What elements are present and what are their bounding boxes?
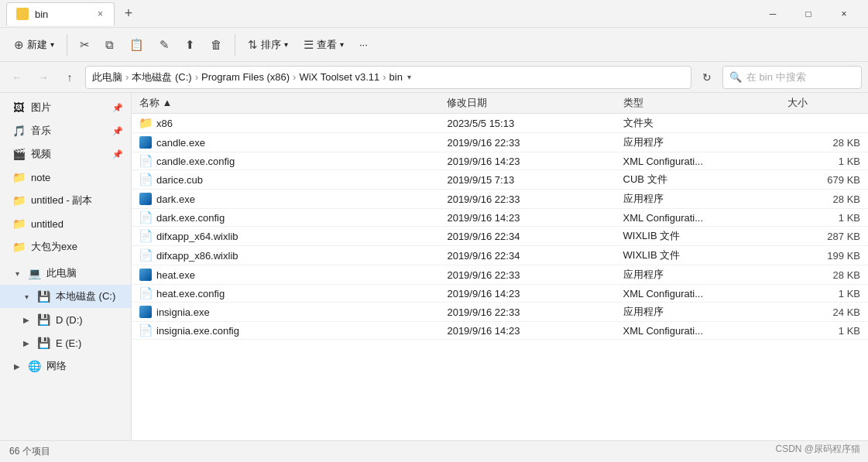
breadcrumb-local-disk[interactable]: 本地磁盘 (C:) bbox=[132, 70, 191, 84]
pin-icon-pictures: 📌 bbox=[112, 103, 123, 113]
pictures-icon: 🖼 bbox=[12, 101, 25, 114]
file-size: 28 KB bbox=[780, 265, 868, 285]
file-name-cell[interactable]: 📄 difxapp_x64.wixlib bbox=[132, 227, 439, 246]
file-name-cell[interactable]: 📄 difxapp_x86.wixlib bbox=[132, 246, 439, 265]
minimize-button[interactable]: ─ bbox=[755, 0, 791, 28]
col-header-date[interactable]: 修改日期 bbox=[439, 93, 615, 114]
view-dropdown-icon: ▾ bbox=[340, 40, 344, 49]
file-date: 2019/9/16 22:34 bbox=[439, 246, 615, 265]
cut-button[interactable]: ✂ bbox=[74, 35, 96, 55]
up-button[interactable]: ↑ bbox=[59, 67, 81, 88]
share-button[interactable]: ⬆ bbox=[179, 35, 201, 55]
table-row[interactable]: 📄 darice.cub 2019/9/15 7:13 CUB 文件 679 K… bbox=[132, 170, 868, 190]
paste-icon: 📋 bbox=[129, 38, 144, 52]
network-icon: 🌐 bbox=[28, 360, 40, 372]
c-drive-expand-icon: ▾ bbox=[22, 292, 31, 301]
table-row[interactable]: 📄 insignia.exe.config 2019/9/16 14:23 XM… bbox=[132, 322, 868, 340]
sidebar-item-music[interactable]: 🎵 音乐 📌 bbox=[0, 119, 131, 142]
sidebar-item-untitled[interactable]: 📁 untitled bbox=[0, 212, 131, 235]
rename-button[interactable]: ✎ bbox=[153, 35, 176, 55]
sidebar-label-note: note bbox=[31, 172, 123, 183]
file-name-cell[interactable]: 📄 heat.exe.config bbox=[132, 285, 439, 303]
file-name-cell[interactable]: heat.exe bbox=[132, 265, 439, 285]
sidebar-item-this-pc[interactable]: ▾ 💻 此电脑 bbox=[0, 262, 131, 285]
back-button[interactable]: ← bbox=[6, 67, 28, 88]
file-type: CUB 文件 bbox=[616, 170, 781, 190]
maximize-button[interactable]: □ bbox=[791, 0, 826, 28]
col-header-type[interactable]: 类型 bbox=[616, 93, 781, 114]
file-name-cell[interactable]: candle.exe bbox=[132, 133, 439, 152]
more-label: ··· bbox=[359, 39, 368, 50]
refresh-button[interactable]: ↻ bbox=[696, 67, 718, 88]
file-date: 2019/9/15 7:13 bbox=[439, 170, 615, 190]
file-icon bbox=[139, 269, 152, 281]
sidebar-item-exe[interactable]: 📁 大包为exe bbox=[0, 235, 131, 258]
this-pc-icon: 💻 bbox=[28, 267, 40, 279]
table-row[interactable]: 📁 x86 2023/5/5 15:13 文件夹 bbox=[132, 114, 868, 133]
table-row[interactable]: 📄 dark.exe.config 2019/9/16 14:23 XML Co… bbox=[132, 209, 868, 227]
sidebar-item-pictures[interactable]: 🖼 图片 📌 bbox=[0, 96, 131, 119]
breadcrumb-this-pc[interactable]: 此电脑 bbox=[92, 70, 122, 84]
breadcrumb-bar: 此电脑 › 本地磁盘 (C:) › Program Files (x86) › … bbox=[85, 66, 691, 89]
file-type: 应用程序 bbox=[616, 303, 781, 322]
video-icon: 🎬 bbox=[12, 148, 25, 160]
sidebar-item-d-drive[interactable]: ▶ 💾 D (D:) bbox=[0, 308, 131, 331]
table-row[interactable]: 📄 candle.exe.config 2019/9/16 14:23 XML … bbox=[132, 152, 868, 170]
breadcrumb-wix[interactable]: WiX Toolset v3.11 bbox=[299, 71, 379, 83]
file-type: XML Configurati... bbox=[616, 152, 781, 170]
breadcrumb-dropdown-icon[interactable]: ▾ bbox=[407, 73, 411, 81]
sort-button[interactable]: ⇅ 排序 ▾ bbox=[242, 35, 294, 55]
window-controls: ─ □ × bbox=[755, 0, 862, 28]
file-name-cell[interactable]: 📄 dark.exe.config bbox=[132, 209, 439, 227]
new-tab-button[interactable]: + bbox=[118, 3, 139, 25]
file-name: dark.exe bbox=[156, 193, 195, 205]
sidebar-item-untitled-copy[interactable]: 📁 untitled - 副本 bbox=[0, 189, 131, 212]
table-row[interactable]: 📄 heat.exe.config 2019/9/16 14:23 XML Co… bbox=[132, 285, 868, 303]
sidebar-label-video: 视频 bbox=[31, 147, 106, 161]
main-area: 🖼 图片 📌 🎵 音乐 📌 🎬 视频 📌 📁 note 📁 untitled -… bbox=[0, 93, 868, 440]
sidebar-item-c-drive[interactable]: ▾ 💾 本地磁盘 (C:) bbox=[0, 285, 131, 308]
col-header-size[interactable]: 大小 bbox=[780, 93, 868, 114]
new-label: 新建 bbox=[27, 38, 47, 52]
sidebar-item-network[interactable]: ▶ 🌐 网络 bbox=[0, 354, 131, 378]
file-name-cell[interactable]: insignia.exe bbox=[132, 303, 439, 322]
close-button[interactable]: × bbox=[826, 0, 862, 28]
sidebar-label-network: 网络 bbox=[46, 359, 123, 373]
file-type: 文件夹 bbox=[616, 114, 781, 133]
file-name-cell[interactable]: 📄 darice.cub bbox=[132, 170, 439, 190]
table-row[interactable]: candle.exe 2019/9/16 22:33 应用程序 28 KB bbox=[132, 133, 868, 152]
view-button[interactable]: ☰ 查看 ▾ bbox=[297, 35, 350, 55]
file-name-cell[interactable]: 📁 x86 bbox=[132, 114, 439, 133]
breadcrumb-program-files[interactable]: Program Files (x86) bbox=[201, 71, 290, 83]
sidebar-item-e-drive[interactable]: ▶ 💾 E (E:) bbox=[0, 331, 131, 354]
more-button[interactable]: ··· bbox=[353, 36, 374, 53]
forward-button[interactable]: → bbox=[33, 67, 54, 88]
table-row[interactable]: 📄 difxapp_x86.wixlib 2019/9/16 22:34 WIX… bbox=[132, 246, 868, 265]
table-row[interactable]: 📄 difxapp_x64.wixlib 2019/9/16 22:34 WIX… bbox=[132, 227, 868, 246]
copy-button[interactable]: ⧉ bbox=[99, 35, 120, 55]
e-drive-expand-icon: ▶ bbox=[22, 338, 31, 347]
sidebar-item-video[interactable]: 🎬 视频 📌 bbox=[0, 142, 131, 166]
delete-button[interactable]: 🗑 bbox=[204, 35, 228, 54]
file-icon: 📄 bbox=[139, 324, 152, 337]
table-row[interactable]: heat.exe 2019/9/16 22:33 应用程序 28 KB bbox=[132, 265, 868, 285]
file-name-cell[interactable]: dark.exe bbox=[132, 190, 439, 209]
breadcrumb-current: bin bbox=[389, 71, 403, 83]
table-row[interactable]: dark.exe 2019/9/16 22:33 应用程序 28 KB bbox=[132, 190, 868, 209]
col-header-name[interactable]: 名称 ▲ bbox=[132, 93, 439, 114]
sidebar-item-note[interactable]: 📁 note bbox=[0, 166, 131, 189]
separator-2 bbox=[235, 34, 235, 56]
new-button[interactable]: ⊕ 新建 ▾ bbox=[8, 35, 60, 55]
pin-icon-music: 📌 bbox=[112, 126, 123, 136]
file-icon bbox=[139, 306, 152, 318]
file-icon bbox=[139, 193, 152, 205]
table-row[interactable]: insignia.exe 2019/9/16 22:33 应用程序 24 KB bbox=[132, 303, 868, 322]
search-box[interactable]: 🔍 在 bin 中搜索 bbox=[722, 66, 862, 89]
file-icon: 📄 bbox=[139, 249, 152, 262]
file-name-cell[interactable]: 📄 insignia.exe.config bbox=[132, 322, 439, 340]
paste-button[interactable]: 📋 bbox=[123, 35, 150, 55]
bin-tab[interactable]: bin × bbox=[6, 2, 115, 26]
tab-close-button[interactable]: × bbox=[96, 7, 105, 21]
this-pc-expand-icon: ▾ bbox=[12, 269, 22, 278]
file-name-cell[interactable]: 📄 candle.exe.config bbox=[132, 152, 439, 170]
